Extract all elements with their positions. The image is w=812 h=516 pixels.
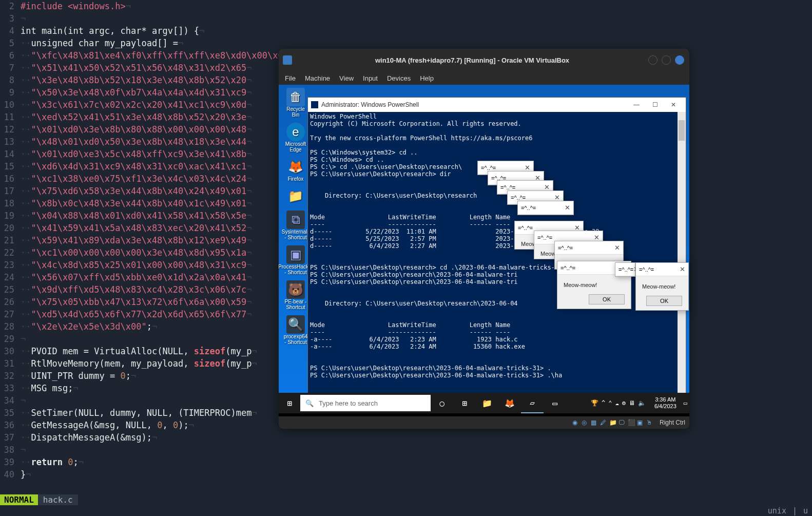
message-box[interactable]: =^..^=✕ (517, 201, 574, 215)
msgbox-ok-button[interactable]: OK (646, 296, 682, 306)
vbox-menu-file[interactable]: File (285, 74, 296, 82)
guest-desktop[interactable]: 🗑Recycle BineMicrosoft Edge🦊Firefox📁⧉Sys… (279, 85, 689, 413)
code-line[interactable]: 40}¬ (0, 468, 812, 481)
tray-icon-6[interactable]: 🔈 (638, 399, 646, 407)
msgbox-title: =^..^= (558, 245, 573, 251)
ps-minimize-button[interactable]: ― (627, 101, 646, 108)
powershell-icon (311, 101, 318, 108)
vbox-menu-help[interactable]: Help (420, 74, 434, 82)
line-number: 13 (0, 136, 21, 148)
taskbar-item-firefox[interactable]: 🦊 (498, 393, 521, 413)
vbox-menu-input[interactable]: Input (363, 74, 378, 82)
msgbox-close-button[interactable]: ✕ (594, 234, 600, 241)
tray-icon-3[interactable]: ☁ (615, 399, 618, 407)
tray-icon-0[interactable]: 🏆 (591, 399, 598, 407)
msgbox-ok-button[interactable]: OK (589, 294, 625, 304)
desktop-icon-folder[interactable]: 📁 (283, 187, 308, 205)
tray-icon-5[interactable]: 🖥 (629, 399, 635, 407)
msgbox-titlebar[interactable]: =^..^=✕ (555, 241, 623, 255)
code-content: ··"\xd6\x4d\x31\xc9\x48\x31\xc0\xac\x41\… (21, 160, 252, 173)
line-number: 4 (0, 25, 21, 37)
code-line[interactable]: 37··DispatchMessageA(&msg);¬ (0, 431, 812, 444)
msgbox-close-button[interactable]: ✕ (565, 204, 570, 212)
tray-icon-1[interactable]: ^ (602, 399, 605, 407)
msgbox-text: Meow-meow! (642, 283, 675, 290)
start-button[interactable]: ⊞ (279, 393, 300, 413)
virtualbox-window[interactable]: win10-MA (fresh+idapro7.7) [Running] - O… (279, 49, 689, 429)
taskbar-item-powershell[interactable]: ▱ (521, 393, 544, 413)
host-key: Right Ctrl (660, 419, 685, 426)
vbox-icon (283, 55, 292, 65)
code-content: ··PVOID mem = VirtualAlloc(NULL, sizeof(… (21, 345, 257, 357)
powershell-window[interactable]: Administrator: Windows PowerShell ― ☐ ✕ … (307, 97, 686, 403)
message-box[interactable]: =^..^=✕Meow-meow!OK (635, 262, 689, 311)
msgbox-title: =^..^= (521, 205, 536, 211)
powershell-titlebar[interactable]: Administrator: Windows PowerShell ― ☐ ✕ (308, 98, 686, 112)
line-number: 14 (0, 148, 21, 160)
procexp-icon: 🔍 (286, 315, 305, 334)
desktop-icon-processhacker[interactable]: ▣ProcessHacker - Shortcut (283, 245, 308, 275)
search-placeholder: Type here to search (319, 399, 378, 407)
system-tray[interactable]: 🏆^⌃☁⚙🖥🔈 3:36 AM 6/4/2023 ▭ (589, 396, 689, 410)
msgbox-close-button[interactable]: ✕ (614, 244, 620, 252)
vb-icon-mouse: 🖱 (646, 419, 653, 426)
vb-icon-rec: ⬛ (628, 419, 635, 426)
line-number: 31 (0, 357, 21, 370)
vbox-menu-machine[interactable]: Machine (305, 74, 330, 82)
powershell-scrollbar[interactable] (678, 112, 686, 403)
code-line[interactable]: 3¬ (0, 12, 812, 25)
desktop-icon-procexp[interactable]: 🔍procexp64 - Shortcut (283, 315, 308, 345)
recycle-bin-icon: 🗑 (286, 88, 305, 106)
maximize-button[interactable] (662, 55, 671, 65)
taskbar-clock[interactable]: 3:36 AM 6/4/2023 (650, 396, 681, 410)
code-content: ··"\xd5\x4d\x65\x6f\x77\x2d\x6d\x65\x6f\… (21, 308, 252, 320)
msgbox-titlebar[interactable]: =^..^=✕ (636, 263, 688, 276)
taskbar-search[interactable]: 🔍 Type here to search (300, 395, 431, 411)
desktop-icon-recycle-bin[interactable]: 🗑Recycle Bin (283, 88, 308, 118)
code-line[interactable]: 2#include <windows.h>¬ (0, 0, 812, 12)
taskbar-item-cortana[interactable]: ○ (431, 393, 453, 413)
line-number: 6 (0, 49, 21, 62)
ps-maximize-button[interactable]: ☐ (646, 101, 664, 108)
msgbox-close-button[interactable]: ✕ (525, 164, 530, 171)
code-content: ··UINT_PTR dummy = 0;¬ (21, 370, 136, 382)
msgbox-titlebar[interactable]: =^..^=✕ (615, 263, 635, 276)
firefox-icon: 🦊 (286, 158, 305, 176)
vbox-titlebar[interactable]: win10-MA (fresh+idapro7.7) [Running] - O… (279, 49, 689, 71)
msgbox-titlebar[interactable]: =^..^=✕ (518, 201, 573, 215)
msgbox-close-button[interactable]: ✕ (554, 194, 560, 201)
desktop-icon-sysinternals[interactable]: ⧉Sysinternals - Shortcut (283, 211, 308, 240)
code-line[interactable]: 4int main(int argc, char* argv[]) {¬ (0, 25, 812, 37)
desktop-icon-firefox[interactable]: 🦊Firefox (283, 158, 308, 182)
taskbar-item-taskview[interactable]: ⊞ (453, 393, 476, 413)
message-box[interactable]: =^..^=✕ (615, 262, 635, 277)
editor-status-bar: NORMAL hack.c (0, 493, 812, 506)
code-content: ··"\x48\x01\xd0\x50\x3e\x8b\x48\x18\x3e\… (21, 136, 252, 148)
code-content: ··"\x01\xd0\xe3\x5c\x48\xff\xc9\x3e\x41\… (21, 148, 252, 160)
code-line[interactable]: 39··return 0;¬ (0, 456, 812, 468)
msgbox-close-button[interactable]: ✕ (680, 265, 685, 273)
desktop-icon-pe-bear[interactable]: 🐻PE-bear - Shortcut (283, 280, 308, 310)
desktop-icon-ms-edge[interactable]: eMicrosoft Edge (283, 123, 308, 152)
vbox-menu-devices[interactable]: Devices (387, 74, 411, 82)
tray-icon-2[interactable]: ⌃ (608, 399, 612, 407)
msgbox-title: =^..^= (537, 235, 552, 241)
vbox-menu-view[interactable]: View (339, 74, 354, 82)
line-number: 7 (0, 62, 21, 74)
taskbar-item-explorer[interactable]: 📁 (476, 393, 498, 413)
code-line[interactable]: 38¬ (0, 444, 812, 456)
minimize-button[interactable] (648, 55, 658, 65)
code-line[interactable]: 5··unsigned char my_payload[] =¬ (0, 37, 812, 49)
ps-close-button[interactable]: ✕ (664, 101, 683, 108)
msgbox-title: =^..^= (618, 266, 633, 273)
taskbar-item-apps[interactable]: ▭ (544, 393, 566, 413)
notifications-icon[interactable]: ▭ (684, 399, 687, 407)
vbox-menubar[interactable]: FileMachineViewInputDevicesHelp (279, 71, 689, 85)
tray-icon-4[interactable]: ⚙ (622, 399, 626, 407)
line-number: 19 (0, 209, 21, 222)
msgbox-close-button[interactable]: ✕ (544, 183, 550, 191)
line-number: 8 (0, 74, 21, 86)
vb-icon-usb: 🖉 (600, 419, 607, 426)
windows-taskbar[interactable]: ⊞ 🔍 Type here to search ○⊞📁🦊▱▭ 🏆^⌃☁⚙🖥🔈 3… (279, 393, 689, 413)
close-button[interactable] (675, 55, 684, 65)
